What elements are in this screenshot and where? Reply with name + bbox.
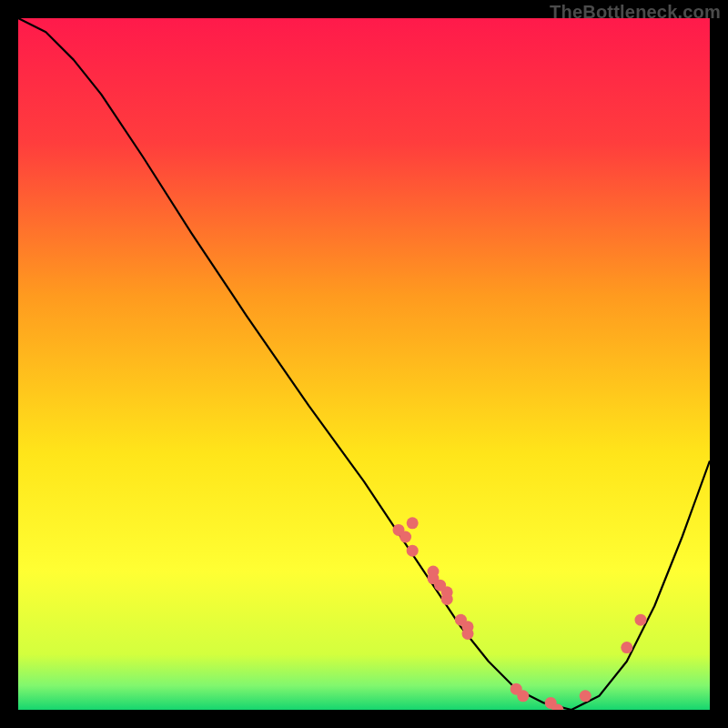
chart-background — [18, 18, 710, 710]
sample-point — [462, 628, 474, 640]
sample-point — [399, 531, 411, 543]
sample-point — [428, 566, 440, 578]
bottleneck-chart — [18, 18, 710, 710]
sample-point — [407, 517, 419, 529]
sample-point — [580, 690, 592, 702]
sample-point — [441, 586, 453, 598]
sample-point — [635, 614, 647, 626]
sample-point — [621, 642, 632, 653]
sample-point — [517, 690, 529, 702]
sample-point — [407, 545, 419, 557]
